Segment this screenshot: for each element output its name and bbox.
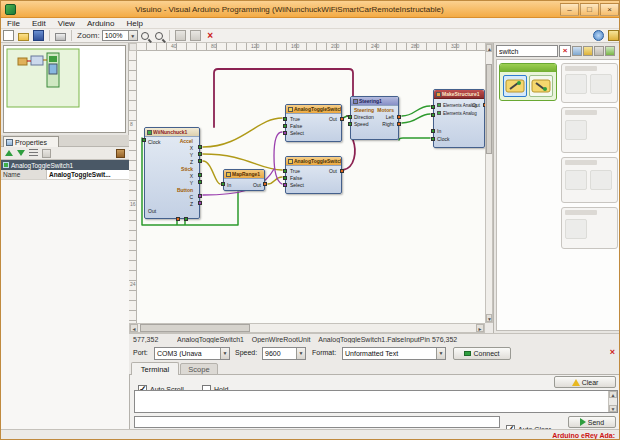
reference-book-icon[interactable] <box>116 149 125 158</box>
tab-scope[interactable]: Scope <box>180 363 218 375</box>
pin-motor-left[interactable] <box>397 115 401 119</box>
zoom-out-icon[interactable] <box>141 32 149 40</box>
pin-maprange-in[interactable] <box>221 182 225 186</box>
open-file-icon[interactable] <box>18 33 29 41</box>
pin-true[interactable] <box>283 169 287 173</box>
scroll-left-icon[interactable]: ◄ <box>130 324 138 332</box>
menu-view[interactable]: View <box>52 19 81 28</box>
wire-maroon-short[interactable] <box>343 140 355 170</box>
connect-button[interactable]: Connect <box>453 347 511 360</box>
pin-toggle2-out[interactable] <box>340 169 344 173</box>
pin-button-c[interactable] <box>198 194 202 198</box>
save-icon[interactable] <box>33 30 44 41</box>
zoom-combo[interactable]: 100% ▼ <box>102 30 138 41</box>
wire-olive-to-maprange[interactable] <box>203 161 220 184</box>
overview-minimap[interactable] <box>3 45 126 133</box>
toolbox-view-icon[interactable] <box>572 46 582 56</box>
toolbox-categories-icon[interactable] <box>605 46 615 56</box>
pin-out-1[interactable] <box>176 217 180 221</box>
pin-stick-y[interactable] <box>198 180 202 184</box>
expand-all-icon[interactable] <box>5 150 13 156</box>
v-scroll-thumb[interactable] <box>486 64 492 154</box>
pin-select[interactable] <box>283 131 287 135</box>
scroll-up-icon[interactable]: ▲ <box>609 391 617 398</box>
tab-properties[interactable]: Properties <box>3 136 59 147</box>
new-file-icon[interactable] <box>3 30 14 41</box>
tab-terminal[interactable]: Terminal <box>131 362 179 375</box>
block-steering1[interactable]: Steering1 Steering Direction Speed Motor… <box>350 96 399 140</box>
pin-accel-z[interactable] <box>198 159 202 163</box>
pin-direction[interactable] <box>348 115 352 119</box>
send-button[interactable]: Send <box>568 416 616 428</box>
pin-element1[interactable] <box>431 105 435 109</box>
toolbox-sort-icon[interactable] <box>594 46 604 56</box>
menu-edit[interactable]: Edit <box>26 19 52 28</box>
menu-file[interactable]: File <box>1 19 26 28</box>
menu-arduino[interactable]: Arduino <box>81 19 121 28</box>
terminal-send-input[interactable] <box>134 416 500 428</box>
block-analogtoggleswitch1[interactable]: AnalogToggleSwitch1 True False Select Ou… <box>285 104 342 142</box>
maximize-button[interactable]: □ <box>580 3 599 16</box>
property-row-name[interactable]: Name AnalogToggleSwit... <box>1 170 129 180</box>
clear-search-icon[interactable]: × <box>559 45 571 57</box>
scroll-up-icon[interactable]: ▲ <box>486 44 492 52</box>
pin-out-2[interactable] <box>184 217 188 221</box>
h-scroll-thumb[interactable] <box>140 324 250 332</box>
scroll-right-icon[interactable]: ► <box>476 324 484 332</box>
wire-green-to-clock[interactable] <box>399 138 430 140</box>
component-analog-toggle-switch[interactable] <box>503 75 527 97</box>
delete-icon[interactable]: × <box>205 30 216 41</box>
panel-close-icon[interactable]: × <box>610 347 615 357</box>
pin-make-clock[interactable] <box>431 137 435 141</box>
toolbox-filter-icon[interactable] <box>583 46 593 56</box>
block-makestructure1[interactable]: MakeStructure1 Elements Analog Elements … <box>433 89 485 148</box>
output-scrollbar[interactable]: ▲ ▼ <box>608 391 617 412</box>
pin-select[interactable] <box>283 183 287 187</box>
print-icon[interactable] <box>55 33 66 41</box>
pin-button-z[interactable] <box>198 201 202 205</box>
close-button[interactable]: × <box>600 3 619 16</box>
component-toggle-switch[interactable] <box>529 75 553 97</box>
help-icon[interactable] <box>608 30 619 41</box>
minimize-button[interactable]: – <box>560 3 579 16</box>
format-combo[interactable]: Unformatted Text ▼ <box>342 347 446 360</box>
terminal-output[interactable]: ▲ ▼ <box>134 390 618 413</box>
pin-motor-right[interactable] <box>397 122 401 126</box>
pin-stick-x[interactable] <box>198 173 202 177</box>
toolbox-search-input[interactable] <box>496 45 558 57</box>
selected-object-header[interactable]: AnalogToggleSwitch1 <box>1 160 129 170</box>
pin-maprange-out[interactable] <box>263 182 267 186</box>
property-value-cell[interactable]: AnalogToggleSwit... <box>47 170 129 179</box>
canvas-horizontal-scrollbar[interactable]: ◄ ► <box>129 323 485 333</box>
filter-properties-icon[interactable] <box>42 149 51 158</box>
pin-element2[interactable] <box>431 113 435 117</box>
pin-true[interactable] <box>283 117 287 121</box>
scroll-down-icon[interactable]: ▼ <box>486 314 492 322</box>
fit-view-icon[interactable] <box>175 30 186 41</box>
pin-toggle1-out[interactable] <box>340 117 344 121</box>
pin-accel-x[interactable] <box>198 145 202 149</box>
canvas-vertical-scrollbar[interactable]: ▲ ▼ <box>485 43 493 323</box>
pin-make-in[interactable] <box>431 129 435 133</box>
scroll-down-icon[interactable]: ▼ <box>609 405 617 412</box>
collapse-all-icon[interactable] <box>17 150 25 156</box>
wire-purple-select-loop[interactable] <box>274 132 282 184</box>
block-maprange1[interactable]: MapRange1 In Out <box>223 169 265 191</box>
zoom-in-icon[interactable] <box>155 32 163 40</box>
grid-toggle-icon[interactable] <box>190 30 201 41</box>
menu-help[interactable]: Help <box>120 19 148 28</box>
block-wiinunchuck1[interactable]: WiiNunchuck1 Clock Accel X Y Z Stick X Y… <box>144 127 200 219</box>
pin-accel-y[interactable] <box>198 152 202 156</box>
design-canvas[interactable]: WiiNunchuck1 Clock Accel X Y Z Stick X Y… <box>137 51 485 323</box>
port-combo[interactable]: COM3 (Unava ▼ <box>154 347 230 360</box>
pin-false[interactable] <box>283 176 287 180</box>
block-analogtoggleswitch2[interactable]: AnalogToggleSwitch2 True False Select Ou… <box>285 156 342 194</box>
wire-olive-accel-to-toggle2[interactable] <box>203 154 282 170</box>
clear-button[interactable]: Clear <box>554 376 616 388</box>
pin-speed[interactable] <box>348 122 352 126</box>
pin-false[interactable] <box>283 124 287 128</box>
pin-clock[interactable] <box>142 138 146 142</box>
sort-properties-icon[interactable] <box>29 149 38 157</box>
speed-combo[interactable]: 9600 ▼ <box>262 347 306 360</box>
info-icon[interactable] <box>593 30 604 41</box>
